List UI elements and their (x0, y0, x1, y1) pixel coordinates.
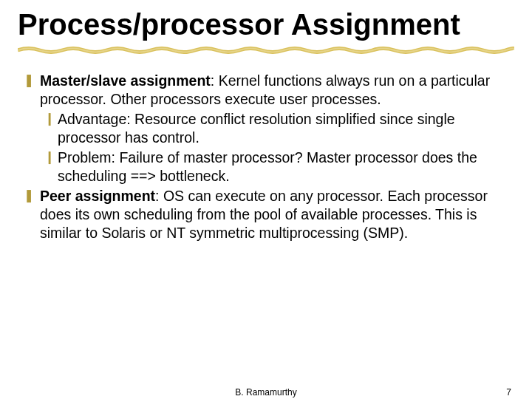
list-item: ❙ Advantage: Resource conflict resolutio… (44, 110, 514, 147)
page-number: 7 (506, 387, 511, 398)
bullet-icon: ❙ (44, 149, 55, 167)
bullet-text: Peer assignment: OS can execute on any p… (40, 187, 514, 242)
bullet-bold: Peer assignment (40, 188, 155, 204)
bullet-icon: ❚ (24, 187, 34, 205)
bullet-text: Advantage: Resource conflict resolution … (58, 110, 514, 147)
bullet-bold: Master/slave assignment (40, 72, 211, 89)
list-item: ❚ Master/slave assignment: Kernel functi… (24, 72, 514, 109)
footer-author: B. Ramamurthy (235, 387, 296, 398)
bullet-text: Problem: Failure of master processor? Ma… (58, 149, 514, 185)
slide: Process/processor Assignment ❚ Master/sl… (0, 0, 532, 399)
bullet-icon: ❚ (24, 72, 34, 90)
title-underline (18, 45, 514, 55)
page-title: Process/processor Assignment (18, 9, 514, 41)
list-item: ❙ Problem: Failure of master processor? … (44, 149, 514, 185)
list-item: ❚ Peer assignment: OS can execute on any… (24, 187, 514, 242)
bullet-icon: ❙ (44, 110, 55, 129)
bullet-text: Master/slave assignment: Kernel function… (40, 72, 514, 109)
content-area: ❚ Master/slave assignment: Kernel functi… (18, 72, 514, 242)
